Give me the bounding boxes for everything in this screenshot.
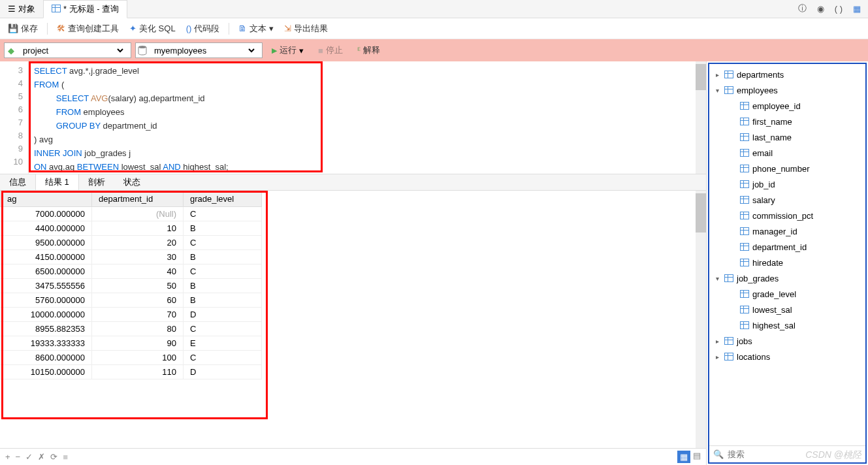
run-button[interactable]: ▶ 运行 ▾ [266,43,309,57]
tree-label: jobs [737,336,752,346]
form-view-icon[interactable]: ▤ [693,451,701,463]
col-dept[interactable]: department_id [92,191,184,207]
table-row[interactable]: 8600.000000100C [1,351,262,365]
explain-button[interactable]: ᴱ 解释 [352,43,385,57]
apply-icon[interactable]: ✓ [25,452,33,462]
export-button[interactable]: ⇲ 导出结果 [280,22,332,36]
tree-column[interactable]: department_id [711,239,864,255]
tree-label: job_id [752,180,775,189]
tree-label: department_id [752,242,807,252]
text-button[interactable]: 🗎 文本 ▾ [234,22,278,36]
label: 运行 [280,44,297,56]
label: 美化 SQL [139,23,176,35]
tab-info[interactable]: 信息 [0,174,35,190]
result-grid-wrap: ag department_id grade_level 7000.000000… [0,191,706,448]
tree-table-job-grades[interactable]: ▾ job_grades [711,270,864,286]
eye-icon[interactable]: ◉ [814,3,826,14]
column-icon [739,242,750,251]
table-row[interactable]: 3475.55555650B [1,279,262,293]
col-ag[interactable]: ag [1,191,92,207]
beautify-button[interactable]: ✦ 美化 SQL [125,22,180,36]
table-row[interactable]: 4150.00000030B [1,250,262,265]
table-row[interactable]: 19333.33333390E [1,336,262,351]
tree-column[interactable]: phone_number [711,161,864,176]
database-dropdown[interactable]: myemployees [135,42,263,58]
stop-icon[interactable]: ■ [63,452,68,462]
delete-row-icon[interactable]: − [16,452,21,462]
grid-icon[interactable]: ▦ [851,3,863,14]
schema-panel: ▸ departments ▾ employees employee_idfir… [708,63,867,464]
doc-icon: 🗎 [238,24,247,33]
save-button[interactable]: 💾 保存 [4,22,42,36]
tree-label: manager_id [752,227,797,236]
tree-column[interactable]: first_name [711,114,864,129]
table-row[interactable]: 4400.00000010B [1,221,262,236]
table-row[interactable]: 5760.00000060B [1,293,262,308]
database-select[interactable]: myemployees [149,43,257,57]
chevron-down-icon: ▾ [713,87,721,94]
column-icon [739,195,750,204]
tools-icon: 🛠 [57,24,65,33]
stop-button[interactable]: ■ 停止 [313,43,348,57]
tree-column[interactable]: job_id [711,176,864,192]
table-row[interactable]: 10150.000000110D [1,365,262,379]
snippet-button[interactable]: () 代码段 [182,22,224,36]
tree-table-departments[interactable]: ▸ departments [711,67,864,82]
tab-status[interactable]: 状态 [114,174,150,190]
parens-icon[interactable]: ( ) [833,3,844,14]
cancel-icon[interactable]: ✗ [38,452,45,462]
tree-column[interactable]: hiredate [711,255,864,270]
tree-column[interactable]: manager_id [711,223,864,239]
tab-profile[interactable]: 剖析 [79,174,114,190]
tree-column[interactable]: commission_pct [711,208,864,223]
search-icon: 🔍 [713,449,724,459]
tree-column[interactable]: employee_id [711,98,864,114]
tab-objects[interactable]: ☰ 对象 [0,1,43,18]
table-row[interactable]: 7000.000000(Null)C [1,207,262,221]
search-input[interactable] [728,449,861,459]
table-row[interactable]: 6500.00000040C [1,265,262,279]
result-grid[interactable]: ag department_id grade_level 7000.000000… [0,191,262,379]
tab-query[interactable]: * 无标题 - 查询 [43,0,127,18]
sql-editor[interactable]: 345678910 SELECT avg.*,j.grade_level FRO… [0,61,706,174]
tree-label: lowest_sal [752,305,792,315]
tree-table-jobs[interactable]: ▸ jobs [711,333,864,349]
tree-label: employees [737,86,778,95]
tree-table-employees[interactable]: ▾ employees [711,82,864,98]
label: 停止 [326,44,343,56]
tree-column[interactable]: last_name [711,129,864,145]
table-row[interactable]: 8955.88235380C [1,322,262,336]
play-icon: ▶ [272,46,277,55]
column-icon [739,211,750,220]
table-row[interactable]: 9500.00000020C [1,236,262,250]
grid-view-icon[interactable]: ▦ [677,451,690,463]
chevron-right-icon: ▸ [713,353,721,361]
tree-column[interactable]: grade_level [711,286,864,302]
label: 查询创建工具 [68,23,119,35]
table-icon [724,70,734,79]
chevron-down-icon: ▾ [269,24,274,33]
tree-table-locations[interactable]: ▸ locations [711,349,864,364]
parens-icon: () [186,24,192,33]
query-builder-button[interactable]: 🛠 查询创建工具 [53,22,123,36]
editor-scrollbar[interactable] [696,61,706,174]
tree-column[interactable]: salary [711,192,864,208]
tree-column[interactable]: highest_sal [711,317,864,333]
tree-column[interactable]: email [711,145,864,161]
save-icon: 💾 [8,24,18,33]
svg-point-0 [138,46,146,48]
table-row[interactable]: 10000.00000070D [1,308,262,322]
refresh-icon[interactable]: ⟳ [50,452,57,462]
code-area[interactable]: SELECT avg.*,j.grade_level FROM ( SELECT… [29,61,706,174]
connection-select[interactable]: project [18,43,125,57]
tree-column[interactable]: lowest_sal [711,302,864,317]
grid-scrollbar[interactable] [696,191,706,448]
connection-dropdown[interactable]: ◆ project [4,42,131,58]
info-icon[interactable]: ⓘ [796,3,808,14]
tab-results[interactable]: 结果 1 [35,174,79,190]
stop-icon: ■ [318,46,323,56]
col-grade[interactable]: grade_level [184,191,262,207]
tab-label: 对象 [18,3,35,15]
add-row-icon[interactable]: + [5,452,10,462]
schema-tree[interactable]: ▸ departments ▾ employees employee_idfir… [709,64,865,445]
